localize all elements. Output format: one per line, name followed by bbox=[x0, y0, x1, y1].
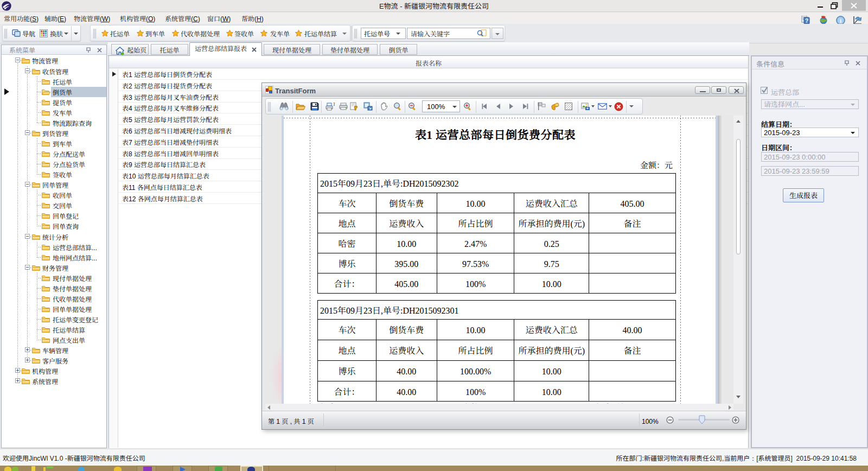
svg-text:?: ? bbox=[333, 102, 335, 107]
svg-text:i: i bbox=[840, 17, 841, 24]
svg-text:?: ? bbox=[805, 18, 808, 24]
